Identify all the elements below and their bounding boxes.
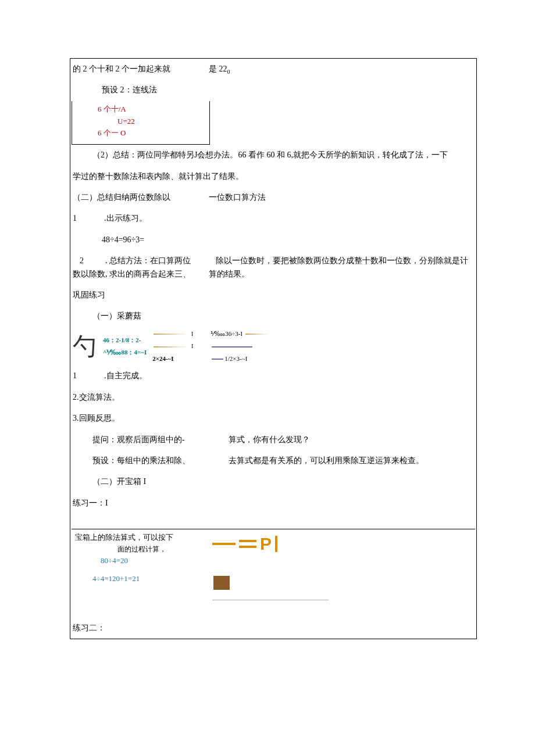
summary2-line1: （2）总结：两位同学都特另J会想办法。66 看作 60 和 6,就把今天所学的新… [72, 145, 475, 166]
exercise1-left: 宝箱上的除法算式，可以按下 面的过程计算， 80÷4=20 4÷4=120+1=… [72, 529, 212, 587]
preset2-box: 6 个十/A U=22 6 个一 O [72, 101, 210, 145]
box1-line2: U=22 [77, 116, 205, 128]
mush-c: 2×24-~I [152, 354, 193, 363]
ex1-a2: 面的过程计算， [75, 544, 209, 555]
opening-right: 是 220 [208, 59, 475, 80]
item2-row2: 数以除数, 求出的商再合起来三、 算的结果。 [72, 264, 475, 285]
question-row: 提问：观察后面两组中的- 算式，你有什么发现？ [72, 429, 475, 450]
subscript-zero: 0 [227, 69, 230, 75]
summary2-line2: 学过的整十数除法和表内除、就计算出了结果。 [72, 166, 475, 187]
consolidate-heading: 巩固练习 [72, 285, 475, 306]
auto3: 3.回顾反思。 [72, 408, 475, 429]
question-right: 算式，你有什么发现？ [227, 429, 475, 450]
bar-icon [275, 536, 281, 552]
box1-line3: 6 个一 O [77, 127, 205, 139]
box2-title: （二）开宝箱 I [72, 471, 475, 492]
item2-left2: 数以除数, 求出的商再合起来三、 [72, 264, 208, 285]
p-icon: P [260, 535, 272, 553]
section2-title-row: （二）总结归纳两位数除以 一位数口算方法 [72, 187, 475, 208]
document-frame: 的 2 个十和 2 个一加起来就 是 220 预设 2：连线法 6 个十/A U… [70, 58, 477, 639]
auto1-text: .自主完成。 [104, 371, 147, 380]
auto1-num: 1 [73, 371, 77, 380]
mush-a: 46：2-1/8：2- [103, 336, 147, 345]
preset-right: 去算式都是有关系的，可以利用乘除互逆运算来检查。 [227, 450, 475, 471]
auto2: 2.交流算法。 [72, 387, 475, 408]
opening-line: 的 2 个十和 2 个一加起来就 是 220 [72, 59, 475, 80]
bar2: I [152, 342, 193, 350]
mush-d: ⅟‱36÷3-I [211, 329, 270, 338]
ex1-a: 宝箱上的除法算式，可以按下 [75, 532, 209, 544]
bar1: I [152, 329, 193, 338]
mushroom-icon: 勺 [73, 329, 97, 364]
equals-icon [239, 540, 256, 548]
preset2-heading: 预设 2：连线法 [72, 80, 475, 101]
opening-right-text: 是 22 [209, 65, 227, 73]
brown-square-icon [213, 576, 230, 590]
ex1-b: 80÷4=20 [75, 555, 209, 567]
mushroom-figure: 勺 46：2-1/8：2- ^⅟‱88：4=~I I I 2×24-~I ⅟‱3… [72, 327, 475, 366]
mushroom-heading: （一）采蘑菇 [72, 306, 475, 327]
mushroom-col1: 46：2-1/8：2- ^⅟‱88：4=~I [103, 336, 147, 357]
mushroom-col2: I I 2×24-~I [152, 329, 193, 363]
section2-title-left: （二）总结归纳两位数除以 [72, 187, 208, 208]
mush-b: ^⅟‱88：4=~I [103, 348, 147, 357]
section2-title-right: 一位数口算方法 [208, 187, 475, 208]
expression1: 48÷4=96÷3= [72, 230, 475, 250]
thin-divider [212, 600, 329, 600]
ex1-c: 4÷4=120+1=21 [75, 573, 209, 585]
item1-text: .出示练习。 [104, 214, 147, 223]
preset-row: 预设：每组中的乘法和除、 去算式都是有关系的，可以利用乘除互逆运算来检查。 [72, 450, 475, 471]
box1-line1: 6 个十/A [77, 103, 205, 116]
brown-square-row [212, 576, 475, 600]
exercise1-right: P [212, 529, 475, 600]
mush-e: 1/2×3-~I [211, 354, 270, 363]
bar-p1 [211, 342, 270, 350]
dash-icon [212, 543, 236, 545]
exercise2-heading: 练习二： [72, 618, 475, 639]
auto1-row: 1 .自主完成。 [72, 366, 475, 386]
preset-left: 预设：每组中的乘法和除、 [72, 450, 227, 471]
item1-num: 1 [73, 214, 77, 223]
exercise1-heading: 练习一：I [72, 493, 475, 514]
exercise1-block: 宝箱上的除法算式，可以按下 面的过程计算， 80÷4=20 4÷4=120+1=… [72, 529, 475, 600]
opening-left: 的 2 个十和 2 个一加起来就 [72, 59, 208, 80]
pi-graphic: P [212, 535, 475, 553]
document-body: 的 2 个十和 2 个一加起来就 是 220 预设 2：连线法 6 个十/A U… [70, 59, 476, 639]
mushroom-col3: ⅟‱36÷3-I 1/2×3-~I [211, 329, 270, 363]
question-left: 提问：观察后面两组中的- [72, 429, 227, 450]
item2-right2: 算的结果。 [208, 264, 475, 285]
item1-row: 1 .出示练习。 [72, 208, 475, 229]
